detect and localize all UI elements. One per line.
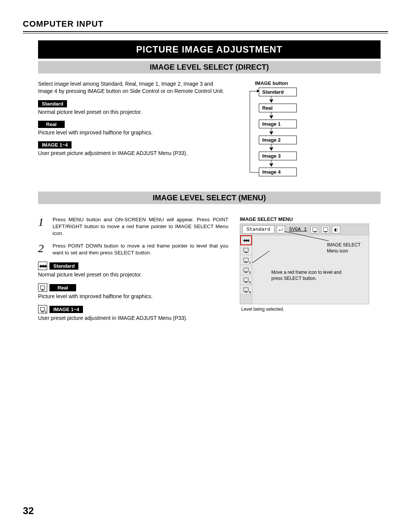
arrow-down-icon xyxy=(269,99,273,103)
side-item-image4: 4 xyxy=(240,285,252,295)
signal-label: SVGA 1 xyxy=(287,227,308,232)
input-icon: ⮐ xyxy=(277,226,285,233)
return-arrow-icon xyxy=(257,89,260,93)
arrow-down-icon xyxy=(269,147,273,151)
label-image14: IMAGE 1~4 xyxy=(38,141,72,149)
page-number: 32 xyxy=(23,505,34,517)
flow-box-image4: Image 4 xyxy=(259,168,297,176)
flow-box-image2: Image 2 xyxy=(259,136,297,144)
flow-box-image3: Image 3 xyxy=(259,152,297,160)
label-real-2: Real xyxy=(49,284,76,291)
header-rule xyxy=(23,31,388,34)
step-text: Press MENU button and ON-SCREEN MENU wil… xyxy=(53,216,228,237)
desc-standard: Normal picture level preset on this proj… xyxy=(38,109,228,115)
label-standard-2: Standard xyxy=(49,262,78,270)
flow-box-image1: Image 1 xyxy=(259,120,297,128)
desc-standard-2: Normal picture level preset on this proj… xyxy=(38,271,228,278)
screen-icon xyxy=(311,226,319,233)
menu-mode-label: Standard xyxy=(242,225,274,233)
menu-side-column: ◆◆◆ 1 2 3 4 xyxy=(240,235,252,304)
arrow-down-icon xyxy=(269,131,273,135)
callout-selected: Level being selected. xyxy=(241,307,381,313)
flow-box-real: Real xyxy=(259,104,297,112)
menu-top-bar: Standard ⮐ SVGA 1 ◐ xyxy=(240,224,369,235)
menu-heading: IMAGE SELECT MENU xyxy=(240,216,381,222)
step-number: 2 xyxy=(38,243,47,256)
subsection-direct: IMAGE LEVEL SELECT (DIRECT) xyxy=(38,61,381,73)
step-number: 1 xyxy=(38,216,47,237)
side-item-image2: 2 xyxy=(240,265,252,275)
label-real: Real xyxy=(38,121,65,128)
page-title: PICTURE IMAGE ADJUSTMENT xyxy=(38,40,381,59)
side-item-real xyxy=(240,245,252,255)
side-item-standard: ◆◆◆ xyxy=(240,235,252,245)
step-2: 2 Press POINT DOWN button to move a red … xyxy=(38,243,228,256)
desc-image14: User preset picture adjustment in IMAGE … xyxy=(38,150,228,157)
flow-heading: IMAGE button xyxy=(255,80,381,86)
callout-menu-icon: IMAGE SELECT Menu icon xyxy=(327,242,373,254)
label-standard: Standard xyxy=(38,100,67,107)
flow-diagram: Standard Real Image 1 Image 2 Image 3 Im… xyxy=(259,88,381,176)
callout-line-move xyxy=(252,251,270,263)
menu-screenshot: Standard ⮐ SVGA 1 ◐ ◆◆◆ 1 2 3 4 xyxy=(240,224,369,304)
callout-move: Move a red frame icon to level and press… xyxy=(271,270,351,281)
label-image14-2: IMAGE 1~4 xyxy=(49,306,83,313)
image-preset-icon: 1 xyxy=(38,305,47,313)
side-item-image1: 1 xyxy=(240,255,252,265)
setting-icon: ◐ xyxy=(332,226,340,233)
step-1: 1 Press MENU button and ON-SCREEN MENU w… xyxy=(38,216,228,237)
side-item-image3: 3 xyxy=(240,275,252,285)
screen-icon-2 xyxy=(321,226,330,233)
desc-image14-2: User preset picture adjustment in IMAGE … xyxy=(38,315,228,321)
chapter-header: COMPUTER INPUT xyxy=(23,19,388,31)
arrow-down-icon xyxy=(269,115,273,119)
step-text: Press POINT DOWN button to move a red fr… xyxy=(53,243,228,256)
desc-real: Picture level with improved halftone for… xyxy=(38,129,228,136)
return-line xyxy=(250,91,259,173)
standard-mode-icon: ◆◆◆ xyxy=(38,262,47,270)
real-mode-icon xyxy=(38,283,47,292)
subsection-menu: IMAGE LEVEL SELECT (MENU) xyxy=(38,192,381,204)
flow-box-standard: Standard xyxy=(259,88,297,96)
desc-real-2: Picture level with improved halftone for… xyxy=(38,293,228,300)
intro-text: Select image level among Standard, Real,… xyxy=(38,80,228,95)
arrow-down-icon xyxy=(269,163,273,167)
